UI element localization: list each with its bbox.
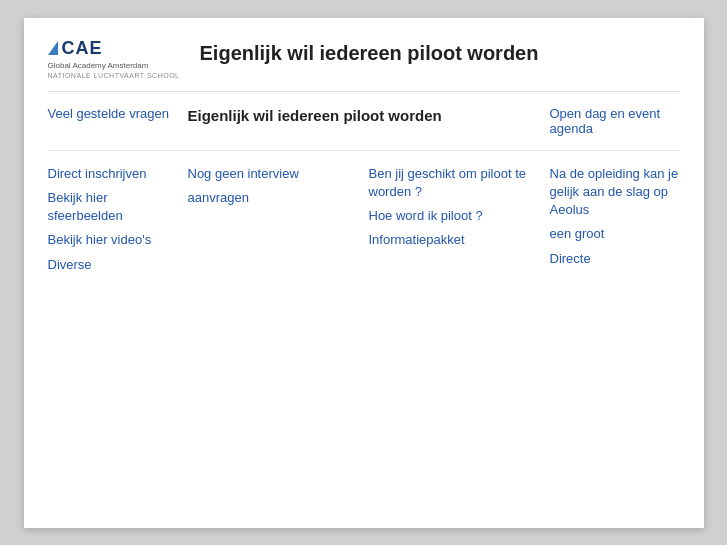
link-groot[interactable]: een groot — [550, 225, 680, 243]
link-videos[interactable]: Bekijk hier video's — [48, 231, 178, 249]
link-hoe-word[interactable]: Hoe word ik piloot ? — [369, 207, 540, 225]
nav-right: Open dag en event agenda — [550, 106, 680, 136]
link-direct-inschrijven[interactable]: Direct inschrijven — [48, 165, 178, 183]
link-diverse[interactable]: Diverse — [48, 256, 178, 274]
nav-left: Veel gestelde vragen — [48, 106, 178, 136]
links-col2: Nog geen interview aanvragen — [188, 165, 359, 280]
page-card: CAE Global Academy Amsterdam NATIONALE L… — [24, 18, 704, 528]
link-geschikt[interactable]: Ben jij geschikt om piloot te worden ? — [369, 165, 540, 201]
links-section: Direct inschrijven Bekijk hier sfeerbeel… — [48, 165, 680, 280]
header-row: CAE Global Academy Amsterdam NATIONALE L… — [48, 38, 680, 92]
link-informatiepakket[interactable]: Informatiepakket — [369, 231, 540, 249]
nav-center: Eigenlijk wil iedereen piloot worden — [188, 106, 540, 136]
link-sfeerbeelden[interactable]: Bekijk hier sfeerbeelden — [48, 189, 178, 225]
logo-subtitle: Global Academy Amsterdam — [48, 61, 149, 71]
link-interview[interactable]: Nog geen interview — [188, 165, 359, 183]
logo-brand: CAE — [62, 38, 103, 59]
nav-link-events[interactable]: Open dag en event agenda — [550, 106, 680, 136]
logo-arrow-icon — [48, 41, 58, 55]
logo-area: CAE Global Academy Amsterdam NATIONALE L… — [48, 38, 180, 79]
links-col1: Direct inschrijven Bekijk hier sfeerbeel… — [48, 165, 178, 280]
nav-section: Veel gestelde vragen Eigenlijk wil ieder… — [48, 106, 680, 151]
link-aanvragen[interactable]: aanvragen — [188, 189, 359, 207]
links-col3: Ben jij geschikt om piloot te worden ? H… — [369, 165, 540, 280]
nav-center-title: Eigenlijk wil iedereen piloot worden — [188, 106, 540, 126]
logo-school: NATIONALE LUCHTVAART SCHOOL — [48, 72, 180, 79]
link-aeolus[interactable]: Na de opleiding kan je gelijk aan de sla… — [550, 165, 680, 220]
link-directe[interactable]: Directe — [550, 250, 680, 268]
header-title: Eigenlijk wil iedereen piloot worden — [200, 38, 680, 65]
links-col4: Na de opleiding kan je gelijk aan de sla… — [550, 165, 680, 280]
logo-cae: CAE — [48, 38, 103, 59]
nav-link-faq[interactable]: Veel gestelde vragen — [48, 106, 178, 121]
logo-box: CAE Global Academy Amsterdam NATIONALE L… — [48, 38, 180, 79]
